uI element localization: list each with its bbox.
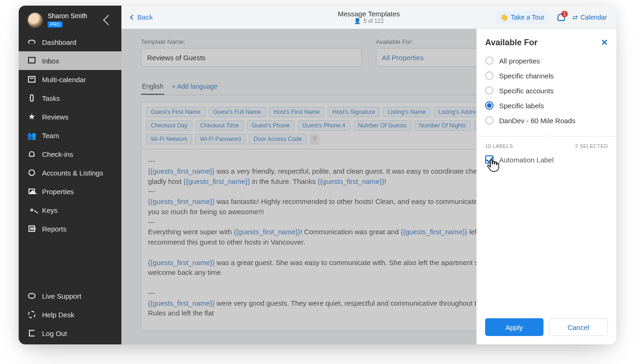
inbox-icon [27,56,36,65]
calendar-link[interactable]: ⇄ Calendar [572,14,607,21]
nav-label: Reviews [42,113,69,121]
nav-label: Tasks [42,94,60,102]
chat-icon [27,291,36,301]
variable-chip[interactable]: Host's First Name [269,107,325,117]
nav-label: Properties [42,188,74,196]
calendar-search-icon: ⇄ [572,14,578,21]
variable-chip[interactable]: Guest's Phone [247,120,295,131]
selected-count: 2 SELECTED [575,143,608,149]
placeholder-token: {{guests_first_name}} [233,228,300,236]
nav-label: Dashboard [42,38,76,46]
cancel-button[interactable]: Cancel [549,318,608,336]
available-for-panel: Available For ✕ All properties Specific … [476,29,616,344]
placeholder-token: {{guests_first_name}} [183,177,250,185]
variable-chip[interactable]: Host's Signature [328,107,380,117]
notifications-button[interactable]: 1 [557,14,565,21]
panel-separator [477,136,616,137]
tour-label: Take a Tour [511,14,544,21]
take-tour-button[interactable]: 👋 Take a Tour [494,11,550,24]
variable-chip[interactable]: Door Access Code [249,134,307,144]
variable-chip[interactable]: Guest's First Name [146,107,205,117]
sidebar: Sharon Smith PRO Dashboard Inbox Multi-c… [19,6,121,344]
collapse-sidebar-icon[interactable] [103,15,114,26]
nav-multicalendar[interactable]: Multi-calendar [19,70,121,89]
nav-support[interactable]: Live Support [19,287,121,305]
pro-badge: PRO [48,21,63,28]
page-title-wrap: Message Templates 👤 5 of 122 [338,10,400,24]
nav-tasks[interactable]: Tasks [19,89,121,107]
variable-chip[interactable]: Wi-Fi Password [195,134,246,144]
variable-chip[interactable]: Number Of Nights [415,120,471,131]
radio-list: All properties Specific channels Specifi… [477,53,616,134]
nav-label: Log Out [42,329,67,337]
back-button[interactable]: Back [131,13,153,21]
page-title: Message Templates [338,10,400,18]
topbar-right: 👋 Take a Tour 1 ⇄ Calendar [494,11,607,24]
main: Back Message Templates 👤 5 of 122 👋 Take… [121,6,616,344]
nav-properties[interactable]: Properties [19,182,121,201]
nav-label: Keys [42,206,57,214]
radio-dandev[interactable]: DanDev - 60 Mile Roads [485,113,608,128]
close-panel-button[interactable]: ✕ [601,37,608,48]
nav-helpdesk[interactable]: Help Desk [19,305,121,324]
nav-label: Multi-calendar [42,76,86,84]
label-automation[interactable]: Automation Label [477,153,616,167]
logout-icon [27,329,36,338]
nav-label: Live Support [42,292,81,300]
label-text: Automation Label [499,156,554,164]
radio-specific-labels[interactable]: Specific labels [485,98,608,113]
nav-label: Help Desk [42,311,74,319]
report-icon [27,224,36,233]
radio-icon [485,101,494,110]
wave-icon: 👋 [500,14,508,21]
variable-chip[interactable]: Listing's Name [383,107,430,117]
template-name-input[interactable]: Reviews of Guests [141,48,362,67]
variable-chip[interactable]: Guest's Full Name [209,107,266,117]
nav-logout[interactable]: Log Out [19,324,121,343]
placeholder-token: {{guests_first_name}} [148,259,215,266]
nav-team[interactable]: 👥Team [19,126,121,145]
avatar [27,12,43,28]
nav-checkins[interactable]: Check-ins [19,145,121,163]
placeholder-token: {{guests_first_name}} [148,299,215,307]
nav-label: Reports [42,225,67,233]
placeholder-token: {{guests_first_name}} [148,197,215,205]
variable-chip[interactable]: Wi-Fi Network [146,134,192,144]
nav-dashboard[interactable]: Dashboard [19,33,121,51]
variable-chip[interactable]: Guest's Phone:4 [298,120,350,131]
user-icon [27,168,36,177]
placeholder-token: {{guests_first_name}} [318,177,384,185]
panel-footer: Apply Cancel [477,312,616,344]
nav: Dashboard Inbox Multi-calendar Tasks ★Re… [19,33,121,344]
radio-all-properties[interactable]: All properties [485,53,608,68]
calendar-icon [27,75,36,84]
back-label: Back [137,13,153,21]
profile-name: Sharon Smith [48,12,100,20]
apply-button[interactable]: Apply [485,318,543,336]
calendar-label: Calendar [580,14,607,21]
variable-chip[interactable]: Checkout Time [196,120,244,131]
nav-label: Check-ins [42,150,73,158]
key-icon [27,205,36,215]
nav-inbox[interactable]: Inbox [19,51,121,70]
radio-specific-accounts[interactable]: Specific accounts [485,83,608,98]
radio-icon [485,86,494,95]
tasks-icon [27,93,36,103]
nav-keys[interactable]: Keys [19,201,121,219]
nav-reports[interactable]: Reports [19,219,121,238]
tab-english[interactable]: English [141,80,164,95]
profile-row[interactable]: Sharon Smith PRO [19,6,121,33]
notification-badge: 1 [561,11,568,17]
variable-chip[interactable]: Number Of Guests [353,120,411,131]
topbar: Back Message Templates 👤 5 of 122 👋 Take… [121,6,616,29]
nav-reviews[interactable]: ★Reviews [19,107,121,126]
nav-accounts[interactable]: Accounts & Listings [19,163,121,182]
placeholder-token: {{guests_first_name}} [148,167,215,175]
variable-chip[interactable]: Checkout Day [146,120,192,131]
radio-specific-channels[interactable]: Specific channels [485,68,608,83]
labels-count: 10 LABELS [485,143,513,149]
help-chip[interactable]: ? [310,134,319,144]
checkbox-icon [485,155,494,164]
add-language-button[interactable]: + Add language [171,80,219,95]
radio-icon [485,116,494,125]
